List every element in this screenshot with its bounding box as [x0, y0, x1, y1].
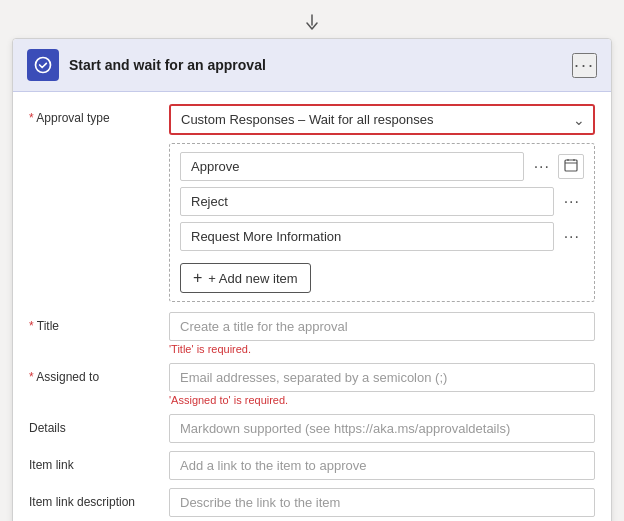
assigned-to-label: * Assigned to — [29, 363, 169, 386]
response-actions-2: ··· — [560, 191, 584, 213]
approval-type-control: ⌄ — [169, 104, 595, 135]
svg-rect-1 — [565, 160, 577, 171]
card-header: Start and wait for an approval ··· — [13, 39, 611, 92]
card-title: Start and wait for an approval — [69, 57, 266, 73]
response-input-1[interactable] — [180, 152, 524, 181]
add-new-item-button[interactable]: + + Add new item — [180, 263, 311, 293]
assigned-to-input[interactable] — [169, 363, 595, 392]
response-options-section: ··· ··· — [169, 143, 595, 302]
response-dots-button-2[interactable]: ··· — [560, 191, 584, 213]
details-row: Details — [29, 414, 595, 443]
item-link-desc-input[interactable] — [169, 488, 595, 517]
response-dots-button-1[interactable]: ··· — [530, 156, 554, 178]
details-input[interactable] — [169, 414, 595, 443]
add-new-item-label: + Add new item — [208, 271, 297, 286]
response-actions-1: ··· — [530, 154, 584, 179]
svg-point-0 — [36, 58, 51, 73]
required-star-title: * — [29, 319, 37, 333]
connector-arrow — [12, 10, 612, 38]
response-input-3[interactable] — [180, 222, 554, 251]
details-label: Details — [29, 414, 169, 437]
title-input[interactable] — [169, 312, 595, 341]
response-actions-3: ··· — [560, 226, 584, 248]
approval-type-label: * Approval type — [29, 104, 169, 127]
card-body: * Approval type ⌄ ··· — [13, 92, 611, 521]
response-input-wrap-1 — [180, 152, 524, 181]
response-dots-button-3[interactable]: ··· — [560, 226, 584, 248]
assigned-to-error: 'Assigned to' is required. — [169, 394, 595, 406]
item-link-control — [169, 451, 595, 480]
item-link-input[interactable] — [169, 451, 595, 480]
details-control — [169, 414, 595, 443]
title-error: 'Title' is required. — [169, 343, 595, 355]
response-input-wrap-2 — [180, 187, 554, 216]
approval-type-select-wrap: ⌄ — [169, 104, 595, 135]
calendar-button-1[interactable] — [558, 154, 584, 179]
response-input-2[interactable] — [180, 187, 554, 216]
response-input-wrap-3 — [180, 222, 554, 251]
item-link-desc-control — [169, 488, 595, 517]
item-link-label: Item link — [29, 451, 169, 474]
title-label: * Title — [29, 312, 169, 335]
response-row-1: ··· — [180, 152, 584, 181]
header-left: Start and wait for an approval — [27, 49, 266, 81]
item-link-desc-label: Item link description — [29, 488, 169, 511]
item-link-desc-row: Item link description — [29, 488, 595, 517]
more-options-button[interactable]: ··· — [572, 53, 597, 78]
assigned-to-control: 'Assigned to' is required. — [169, 363, 595, 406]
approval-type-input[interactable] — [171, 106, 593, 133]
approval-icon — [27, 49, 59, 81]
response-row-2: ··· — [180, 187, 584, 216]
assigned-to-row: * Assigned to 'Assigned to' is required. — [29, 363, 595, 406]
response-row-3: ··· — [180, 222, 584, 251]
title-control: 'Title' is required. — [169, 312, 595, 355]
item-link-row: Item link — [29, 451, 595, 480]
approval-card: Start and wait for an approval ··· * App… — [12, 38, 612, 521]
plus-icon: + — [193, 269, 202, 287]
approval-type-row: * Approval type ⌄ — [29, 104, 595, 135]
title-row: * Title 'Title' is required. — [29, 312, 595, 355]
